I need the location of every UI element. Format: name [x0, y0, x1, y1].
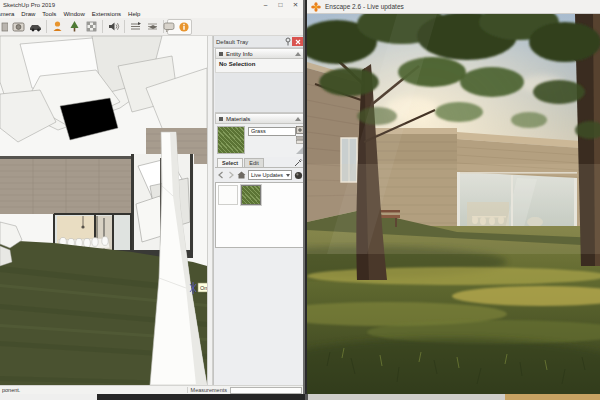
expand-pane-toggle[interactable] [296, 146, 304, 154]
enscape-bottom-edge-warm [505, 394, 600, 400]
photo-camera-icon[interactable] [11, 19, 26, 34]
swatch-grass[interactable] [241, 185, 261, 205]
menu-help[interactable]: Help [128, 11, 140, 17]
section-display-icon[interactable] [145, 19, 160, 34]
enscape-bottom-edge [308, 394, 505, 400]
chevron-up-icon [295, 117, 301, 121]
material-preview-area: Grass [215, 124, 305, 157]
tray-titlebar[interactable]: Default Tray [214, 36, 305, 48]
secondary-pane-icon[interactable] [296, 136, 304, 144]
entity-info-icon [219, 52, 223, 56]
section-lines-icon[interactable] [128, 19, 143, 34]
materials-icon [219, 117, 223, 121]
tree-icon[interactable] [67, 19, 82, 34]
default-tray: Default Tray Entity Info No Selection Ma… [213, 36, 305, 385]
swatch-default[interactable] [218, 185, 238, 205]
chevron-up-icon [295, 52, 301, 56]
person-icon[interactable] [50, 19, 65, 34]
menu-tools[interactable]: Tools [42, 11, 56, 17]
materials-title: Materials [226, 116, 250, 122]
enscape-window: Enscape 2.6 - Live updates [307, 0, 600, 394]
svg-text:On Face: On Face [200, 285, 207, 291]
close-button[interactable]: ✕ [288, 0, 303, 10]
entity-info-header[interactable]: Entity Info [215, 48, 305, 59]
inference-tooltip: On Face [198, 283, 207, 292]
menu-window[interactable]: Window [63, 11, 84, 17]
tray-close-button[interactable] [292, 37, 303, 46]
enscape-titlebar[interactable]: Enscape 2.6 - Live updates [307, 0, 600, 14]
chevron-down-icon [286, 174, 290, 177]
speaker-icon[interactable] [106, 19, 121, 34]
model-viewport[interactable]: On Face [0, 36, 207, 385]
tab-edit[interactable]: Edit [244, 158, 263, 167]
collections-dropdown[interactable]: Live Updates [248, 170, 292, 180]
material-preview-thumbnail[interactable] [217, 126, 245, 154]
status-hint: ponent. [0, 387, 187, 393]
tray-title: Default Tray [216, 39, 284, 45]
menu-draw[interactable]: Draw [21, 11, 35, 17]
menu-camera[interactable]: Camera [0, 11, 14, 17]
car-icon[interactable] [28, 19, 43, 34]
maximize-button[interactable]: □ [273, 0, 288, 10]
minimize-button[interactable]: – [258, 0, 273, 10]
back-arrow-icon[interactable] [217, 171, 225, 179]
entity-info-status: No Selection [215, 59, 305, 73]
measurements-input[interactable] [230, 387, 302, 394]
enscape-logo-icon [311, 2, 321, 12]
forward-arrow-icon[interactable] [227, 171, 235, 179]
collections-dropdown-value: Live Updates [251, 172, 283, 178]
menu-extensions[interactable]: Extensions [92, 11, 121, 17]
window-bottom-edge [0, 394, 97, 400]
materials-list [215, 182, 305, 248]
chat-bubble-icon[interactable] [161, 19, 176, 34]
tab-select[interactable]: Select [217, 158, 243, 167]
pin-icon[interactable] [284, 37, 292, 46]
eyedropper-icon[interactable] [294, 158, 303, 167]
measurements-label: Measurements [187, 387, 230, 393]
status-bar: ponent. Measurements [0, 385, 305, 394]
info-icon[interactable] [176, 19, 191, 34]
desktop: SketchUp Pro 2019 – □ ✕ Camera Draw Tool… [0, 0, 600, 400]
model-scene: On Face [0, 36, 207, 385]
materials-tabs: Select Edit [215, 157, 305, 168]
sample-paint-icon[interactable] [294, 171, 303, 180]
sketchup-window-title: SketchUp Pro 2019 [0, 2, 258, 8]
taskbar-strip [97, 394, 305, 400]
sketchup-titlebar[interactable]: SketchUp Pro 2019 – □ ✕ [0, 0, 303, 10]
clipped-icon[interactable] [0, 19, 9, 34]
enscape-render-viewport[interactable] [307, 14, 600, 394]
rendered-scene [307, 14, 600, 394]
sketchup-window: SketchUp Pro 2019 – □ ✕ Camera Draw Tool… [0, 0, 305, 394]
menu-bar: Camera Draw Tools Window Extensions Help [0, 10, 303, 18]
entity-info-title: Entity Info [226, 51, 253, 57]
materials-header[interactable]: Materials [215, 113, 305, 124]
toolbar [0, 18, 303, 36]
material-name-field[interactable]: Grass [248, 127, 296, 136]
create-material-icon[interactable] [296, 126, 304, 134]
in-model-home-icon[interactable] [237, 171, 246, 179]
materials-nav-row: Live Updates [215, 168, 305, 182]
tray-spacer [215, 73, 305, 113]
pattern-icon[interactable] [84, 19, 99, 34]
enscape-window-title: Enscape 2.6 - Live updates [325, 3, 404, 10]
